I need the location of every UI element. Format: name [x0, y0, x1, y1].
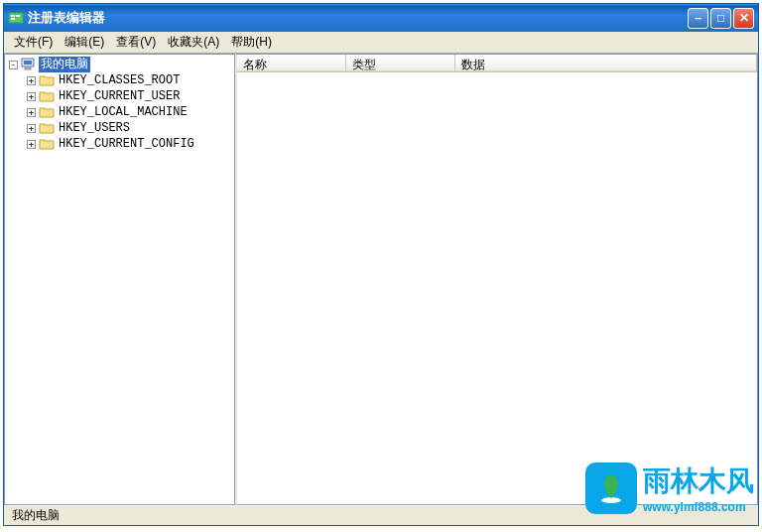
tree-item-hkcu[interactable]: + HKEY_CURRENT_USER — [5, 88, 234, 104]
expand-icon[interactable]: + — [27, 124, 36, 133]
tree-pane[interactable]: - 我的电脑 + HKEY_CLASSES_ROOT + HKEY_CURREN… — [4, 54, 235, 505]
close-button[interactable]: ✕ — [733, 8, 754, 29]
app-icon — [8, 10, 24, 26]
menu-view[interactable]: 查看(V) — [110, 32, 162, 53]
expand-icon[interactable]: + — [27, 92, 36, 101]
window-controls: – □ ✕ — [688, 8, 754, 29]
svg-rect-6 — [25, 67, 31, 69]
column-type[interactable]: 类型 — [346, 55, 455, 71]
titlebar[interactable]: 注册表编辑器 – □ ✕ — [4, 4, 758, 32]
tree-item-hklm[interactable]: + HKEY_LOCAL_MACHINE — [5, 104, 234, 120]
svg-rect-1 — [11, 15, 15, 17]
menu-help[interactable]: 帮助(H) — [225, 32, 278, 53]
tree-item-label: HKEY_LOCAL_MACHINE — [57, 104, 190, 120]
expand-icon[interactable]: + — [27, 108, 36, 117]
client-area: - 我的电脑 + HKEY_CLASSES_ROOT + HKEY_CURREN… — [4, 54, 758, 505]
status-path: 我的电脑 — [8, 507, 64, 524]
folder-icon — [39, 105, 55, 119]
svg-rect-2 — [11, 18, 15, 20]
statusbar: 我的电脑 — [4, 505, 758, 525]
tree-item-hku[interactable]: + HKEY_USERS — [5, 120, 234, 136]
tree-item-hkcr[interactable]: + HKEY_CLASSES_ROOT — [5, 72, 234, 88]
column-name[interactable]: 名称 — [237, 55, 346, 71]
expand-icon[interactable]: + — [27, 140, 36, 149]
registry-editor-window: 注册表编辑器 – □ ✕ 文件(F) 编辑(E) 查看(V) 收藏夹(A) 帮助… — [3, 3, 759, 526]
maximize-button[interactable]: □ — [710, 8, 731, 29]
computer-icon — [21, 58, 37, 71]
menubar: 文件(F) 编辑(E) 查看(V) 收藏夹(A) 帮助(H) — [4, 32, 758, 54]
column-data[interactable]: 数据 — [455, 55, 757, 71]
tree-item-label: HKEY_CURRENT_USER — [57, 88, 182, 104]
svg-rect-5 — [24, 61, 32, 65]
folder-icon — [39, 121, 55, 135]
list-header: 名称 类型 数据 — [237, 55, 757, 72]
folder-icon — [39, 89, 55, 103]
tree-item-hkcc[interactable]: + HKEY_CURRENT_CONFIG — [5, 136, 234, 152]
tree-item-label: HKEY_USERS — [57, 120, 132, 136]
minimize-button[interactable]: – — [688, 8, 708, 29]
menu-favorites[interactable]: 收藏夹(A) — [162, 32, 225, 53]
tree-root-label: 我的电脑 — [39, 57, 90, 72]
folder-icon — [39, 137, 55, 151]
menu-file[interactable]: 文件(F) — [8, 32, 59, 53]
tree-item-label: HKEY_CLASSES_ROOT — [57, 72, 182, 88]
folder-icon — [39, 73, 55, 87]
window-title: 注册表编辑器 — [28, 9, 688, 27]
tree-item-label: HKEY_CURRENT_CONFIG — [57, 136, 196, 152]
svg-rect-3 — [16, 15, 20, 17]
collapse-icon[interactable]: - — [9, 61, 18, 69]
menu-edit[interactable]: 编辑(E) — [59, 32, 110, 53]
tree-root-my-computer[interactable]: - 我的电脑 — [5, 57, 234, 72]
list-pane[interactable]: 名称 类型 数据 — [235, 54, 758, 505]
expand-icon[interactable]: + — [27, 76, 36, 85]
